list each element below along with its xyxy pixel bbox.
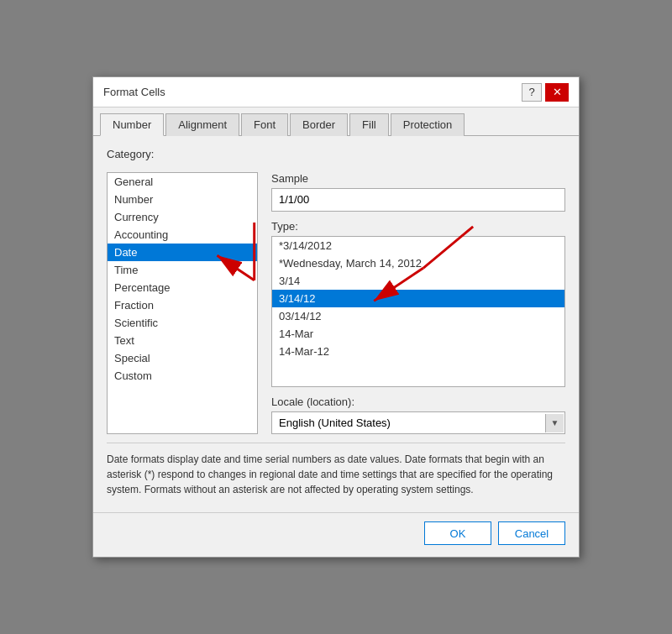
category-list[interactable]: General Number Currency Accounting Date …: [107, 172, 258, 434]
format-cells-dialog: Format Cells ? ✕ Number Alignment Font B…: [92, 76, 580, 558]
dialog-title: Format Cells: [103, 86, 165, 98]
category-item-percentage[interactable]: Percentage: [108, 279, 257, 296]
category-item-special[interactable]: Special: [108, 349, 257, 367]
type-label: Type:: [271, 220, 565, 233]
main-content: General Number Currency Accounting Date …: [107, 172, 565, 434]
category-item-accounting[interactable]: Accounting: [108, 226, 257, 244]
tab-protection[interactable]: Protection: [391, 113, 465, 136]
type-item-3[interactable]: 3/14: [272, 272, 564, 290]
category-item-fraction[interactable]: Fraction: [108, 296, 257, 314]
type-item-6[interactable]: 14-Mar: [272, 325, 564, 343]
type-section: Type: *3/14/2012 *Wednesday, March 14, 2…: [271, 220, 565, 387]
tab-fill[interactable]: Fill: [349, 113, 389, 136]
type-item-5[interactable]: 03/14/12: [272, 307, 564, 325]
category-item-date[interactable]: Date: [108, 244, 257, 261]
category-item-text[interactable]: Text: [108, 332, 257, 349]
help-button[interactable]: ?: [522, 83, 542, 102]
type-list[interactable]: *3/14/2012 *Wednesday, March 14, 2012 3/…: [271, 236, 565, 387]
category-label: Category:: [107, 148, 565, 160]
tab-alignment[interactable]: Alignment: [165, 113, 239, 136]
category-item-number[interactable]: Number: [108, 191, 257, 208]
locale-label: Locale (location):: [271, 396, 565, 408]
cancel-button[interactable]: Cancel: [498, 521, 565, 545]
footer: OK Cancel: [93, 512, 579, 557]
sample-value: 1/1/00: [271, 188, 565, 212]
right-panel: Sample 1/1/00 Type: *3/14/2012 *Wednesda…: [271, 172, 565, 434]
category-item-general[interactable]: General: [108, 173, 257, 191]
description-text: Date formats display date and time seria…: [107, 443, 565, 500]
category-item-time[interactable]: Time: [108, 261, 257, 279]
sample-label: Sample: [271, 172, 565, 185]
type-item-4[interactable]: 3/14/12: [272, 290, 564, 307]
category-item-currency[interactable]: Currency: [108, 208, 257, 226]
locale-section: Locale (location): English (United State…: [271, 396, 565, 434]
category-list-container: General Number Currency Accounting Date …: [107, 172, 258, 434]
tabs-bar: Number Alignment Font Border Fill Protec…: [93, 107, 579, 136]
locale-select[interactable]: English (United States): [271, 411, 565, 434]
locale-select-wrapper: English (United States) ▼: [271, 411, 565, 434]
type-item-7[interactable]: 14-Mar-12: [272, 343, 564, 360]
dialog-body: Category: General Number Currency Accoun…: [93, 136, 579, 512]
type-item-2[interactable]: *Wednesday, March 14, 2012: [272, 254, 564, 272]
ok-button[interactable]: OK: [424, 521, 491, 545]
category-item-custom[interactable]: Custom: [108, 367, 257, 385]
close-button[interactable]: ✕: [545, 83, 569, 102]
tab-border[interactable]: Border: [290, 113, 348, 136]
tab-font[interactable]: Font: [241, 113, 288, 136]
sample-section: Sample 1/1/00: [271, 172, 565, 212]
tab-number[interactable]: Number: [100, 113, 164, 136]
type-item-1[interactable]: *3/14/2012: [272, 237, 564, 254]
title-bar: Format Cells ? ✕: [93, 77, 579, 107]
category-item-scientific[interactable]: Scientific: [108, 314, 257, 332]
